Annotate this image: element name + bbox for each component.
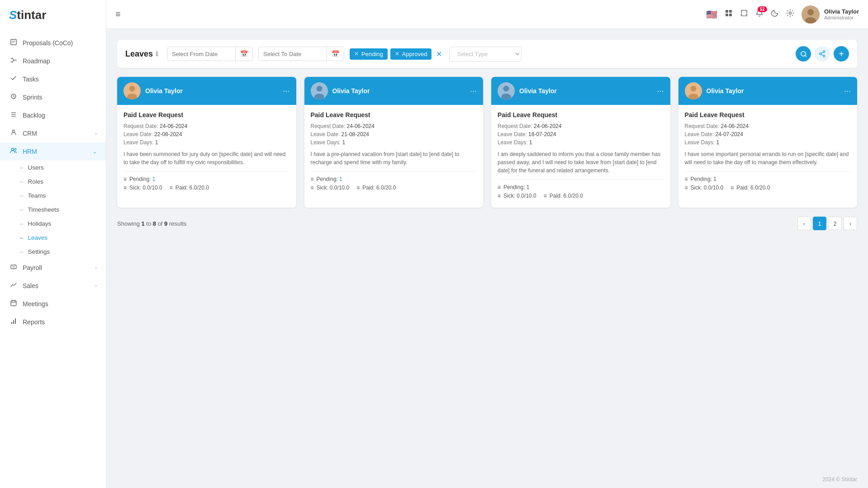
sidebar-item-reports-label: Reports [23, 318, 45, 326]
to-date-calendar-button[interactable]: 📅 [327, 47, 344, 61]
sidebar-item-backlog-label: Backlog [23, 112, 45, 119]
menu-toggle-button[interactable]: ≡ [115, 9, 121, 19]
language-selector[interactable]: 🇺🇸 [706, 9, 717, 20]
clear-all-filters-button[interactable]: ✕ [434, 50, 444, 58]
crm-chevron-icon: › [95, 131, 97, 136]
pending-link-1[interactable]: 1 [152, 176, 156, 182]
sidebar-item-tasks[interactable]: Tasks [0, 70, 106, 88]
sidebar-item-crm[interactable]: CRM › [0, 124, 106, 142]
sidebar-sub-teams[interactable]: Teams [0, 189, 106, 203]
from-date-field[interactable] [167, 47, 235, 61]
svg-point-38 [316, 86, 322, 92]
card-name-3: Olivia Taylor [519, 87, 652, 95]
card-menu-3[interactable]: ··· [657, 86, 664, 96]
pagination-page-2-button[interactable]: 2 [828, 217, 842, 230]
sidebar-item-reports[interactable]: Reports [0, 313, 106, 331]
sidebar-item-roadmap-label: Roadmap [23, 57, 50, 65]
sidebar-sub-roles[interactable]: Roles [0, 175, 106, 189]
card-request-date-1: Request Date: 24-06-2024 [123, 123, 290, 129]
card-menu-4[interactable]: ··· [844, 86, 851, 96]
card-avatar-1 [123, 82, 141, 99]
card-stat-sick-2: ≡ Sick: 0.0/10.0 [311, 185, 350, 191]
to-date-field[interactable] [259, 47, 327, 61]
card-leave-days-2: Leave Days: 1 [311, 139, 477, 146]
sidebar-item-meetings[interactable]: Meetings [0, 295, 106, 313]
add-leave-button[interactable]: + [834, 46, 849, 62]
info-icon[interactable]: ℹ [156, 50, 158, 57]
svg-point-25 [807, 9, 814, 15]
pagination-row: Showing 1 to 8 of 9 results ‹ 1 2 › [117, 217, 857, 230]
sidebar-item-proposals[interactable]: Proposals (CoCo) [0, 34, 106, 52]
card-type-3: Paid Leave Request [498, 111, 664, 118]
card-leave-days-4: Leave Days: 1 [685, 139, 851, 146]
settings-gear-icon[interactable] [786, 9, 794, 19]
to-date-input[interactable]: 📅 [258, 47, 344, 61]
sidebar-sub-holidays[interactable]: Holidays [0, 217, 106, 231]
type-select[interactable]: Select Type [449, 47, 522, 62]
sidebar-item-backlog[interactable]: Backlog [0, 106, 106, 124]
payroll-chevron-icon: › [95, 265, 97, 270]
card-footer-3: ≡ Pending: 1 ≡ Sick: 0.0/10.0 ≡ Paid: 6.… [498, 179, 664, 201]
card-body-3: Paid Leave Request Request Date: 24-06-2… [491, 105, 670, 208]
expand-icon[interactable] [740, 9, 748, 19]
list-icon-1: ≡ [123, 176, 127, 182]
sidebar-sub-roles-label: Roles [28, 178, 44, 185]
card-menu-2[interactable]: ··· [470, 86, 477, 96]
card-footer-1: ≡ Pending: 1 ≡ Sick: 0.0/10.0 ≡ Paid: 6.… [123, 171, 290, 193]
card-stats-row-4: ≡ Sick: 0.0/10.0 ≡ Paid: 6.0/20.0 [685, 185, 851, 193]
svg-point-7 [13, 130, 15, 133]
sick-icon-1: ≡ [123, 185, 127, 191]
sidebar-sub-settings[interactable]: Settings [0, 245, 106, 259]
user-profile[interactable]: Olivia Taylor Administrator [802, 5, 859, 24]
sidebar-item-sprints-label: Sprints [23, 94, 43, 101]
from-date-calendar-button[interactable]: 📅 [235, 47, 252, 61]
card-menu-1[interactable]: ··· [283, 86, 289, 96]
filter-action-button[interactable] [796, 46, 811, 62]
sidebar-sub-users[interactable]: Users [0, 161, 106, 175]
sidebar-sub-leaves[interactable]: Leaves [0, 231, 106, 245]
card-stat-sick-3: ≡ Sick: 0.0/10.0 [498, 193, 536, 199]
card-description-2: I have a pre-planned vacation from [star… [311, 150, 477, 166]
filter-tag-approved-remove[interactable]: ✕ [395, 51, 399, 57]
card-description-4: I have some important personal errands t… [685, 150, 851, 166]
leaves-title: Leaves ℹ [125, 49, 158, 59]
sidebar-item-meetings-label: Meetings [23, 300, 48, 308]
reports-icon [9, 317, 18, 327]
card-request-date-2: Request Date: 24-06-2024 [311, 123, 477, 129]
card-header-1: Olivia Taylor ··· [117, 77, 296, 105]
pending-link-2[interactable]: 1 [339, 176, 342, 182]
sidebar-item-payroll[interactable]: Payroll › [0, 259, 106, 277]
card-avatar-3 [498, 82, 515, 99]
sidebar-item-roadmap[interactable]: Roadmap [0, 52, 106, 70]
leaves-header: Leaves ℹ 📅 📅 ✕ Pending ✕ Approved [117, 40, 857, 68]
pagination-next-button[interactable]: › [844, 217, 857, 230]
dark-mode-icon[interactable] [771, 9, 779, 19]
sidebar-nav: Proposals (CoCo) Roadmap Tasks Sprints B… [0, 30, 106, 488]
leave-card-4: Olivia Taylor ··· Paid Leave Request Req… [678, 77, 858, 208]
card-leave-days-1: Leave Days: 1 [123, 139, 290, 146]
filter-tag-pending-remove[interactable]: ✕ [354, 51, 359, 57]
pagination-page-1-button[interactable]: 1 [813, 217, 826, 230]
sidebar-item-hrm-label: HRM [23, 148, 37, 155]
sidebar-item-tasks-label: Tasks [23, 76, 39, 83]
sidebar-item-hrm[interactable]: HRM ⌄ [0, 142, 106, 161]
card-name-4: Olivia Taylor [707, 87, 840, 95]
notification-bell-icon[interactable]: 52 [755, 9, 764, 19]
footer: 2024 © Stintar [106, 471, 868, 488]
share-action-button[interactable] [815, 46, 830, 62]
sidebar-sub-timesheets[interactable]: Timesheets [0, 203, 106, 217]
pagination-prev-button[interactable]: ‹ [797, 217, 811, 230]
sidebar-item-sprints[interactable]: Sprints [0, 88, 106, 106]
from-date-input[interactable]: 📅 [167, 47, 253, 61]
paid-icon-4: ≡ [730, 185, 734, 191]
apps-icon[interactable] [725, 9, 733, 19]
user-name: Olivia Taylor [824, 8, 859, 15]
card-stat-pending-3: ≡ Pending: 1 [498, 184, 664, 190]
sidebar-item-sales[interactable]: Sales › [0, 277, 106, 295]
crm-icon [9, 129, 18, 138]
card-stat-paid-3: ≡ Paid: 6.0/20.0 [544, 193, 583, 199]
card-leave-date-2: Leave Date: 21-08-2024 [311, 131, 477, 137]
leave-cards-grid: Olivia Taylor ··· Paid Leave Request Req… [117, 77, 857, 208]
svg-point-30 [820, 53, 821, 55]
paid-icon-2: ≡ [356, 185, 360, 191]
